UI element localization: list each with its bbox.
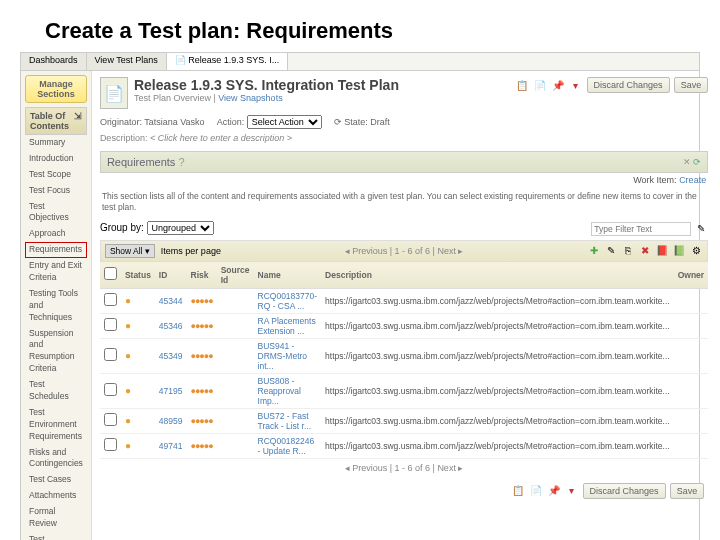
items-per-page-label: Items per page [161, 246, 221, 256]
row-checkbox[interactable] [104, 413, 117, 426]
source-id-cell [217, 408, 254, 433]
discard-changes-button[interactable]: Discard Changes [587, 77, 670, 93]
table-row[interactable]: ●48959●●●●●BUS72 - Fast Track - List r..… [100, 408, 708, 433]
export-csv-icon[interactable]: 📗 [672, 244, 686, 258]
tab-view-test-plans[interactable]: View Test Plans [87, 53, 167, 70]
column-source-id[interactable]: Source Id [217, 262, 254, 289]
sidebar-item-requirements[interactable]: Requirements [25, 242, 87, 258]
group-by-select[interactable]: Ungrouped [147, 221, 214, 235]
group-by-label: Group by: [100, 222, 144, 233]
sidebar-item-test-environment-requirements[interactable]: Test Environment Requirements [25, 405, 87, 445]
requirement-id-link[interactable]: 48959 [159, 416, 183, 426]
footer-delete-icon[interactable]: ▾ [565, 484, 579, 498]
column-name[interactable]: Name [254, 262, 322, 289]
column-id[interactable]: ID [155, 262, 187, 289]
sidebar-item-test-objectives[interactable]: Test Objectives [25, 199, 87, 227]
requirement-id-link[interactable]: 47195 [159, 386, 183, 396]
copy-row-icon[interactable]: ⎘ [621, 244, 635, 258]
table-row[interactable]: ●45346●●●●●RA Placements Extension ...ht… [100, 313, 708, 338]
row-checkbox[interactable] [104, 318, 117, 331]
table-row[interactable]: ●47195●●●●●BUS808 - Reapproval Imp...htt… [100, 373, 708, 408]
column-description[interactable]: Description [321, 262, 674, 289]
sidebar-item-test-schedules[interactable]: Test Schedules [25, 377, 87, 405]
sidebar-item-formal-review[interactable]: Formal Review [25, 504, 87, 532]
filter-edit-icon[interactable]: ✎ [694, 221, 708, 235]
requirement-id-link[interactable]: 45349 [159, 351, 183, 361]
table-row[interactable]: ●45349●●●●●BUS941 - DRMS-Metro int...htt… [100, 338, 708, 373]
footer-print-icon[interactable]: 📄 [529, 484, 543, 498]
filter-input[interactable] [591, 222, 691, 236]
requirement-name-link[interactable]: RA Placements Extension ... [258, 316, 316, 336]
column-status[interactable]: Status [121, 262, 155, 289]
description-field[interactable]: < Click here to enter a description > [150, 133, 292, 143]
row-checkbox[interactable] [104, 348, 117, 361]
pager-next-bottom[interactable]: Next [437, 463, 456, 473]
sidebar-item-attachments[interactable]: Attachments [25, 488, 87, 504]
pin-icon[interactable]: 📌 [551, 78, 565, 92]
copy-icon[interactable]: 📋 [515, 78, 529, 92]
sidebar-item-test-scope[interactable]: Test Scope [25, 167, 87, 183]
column-checkbox[interactable] [100, 262, 121, 289]
risk-indicator: ●●●●● [191, 416, 213, 426]
show-all-button[interactable]: Show All ▾ [105, 244, 155, 258]
save-button[interactable]: Save [674, 77, 709, 93]
table-row[interactable]: ●49741●●●●●RCQ00182246 - Update R...http… [100, 433, 708, 458]
export-pdf-icon[interactable]: 📕 [655, 244, 669, 258]
toc-collapse-icon[interactable]: ⇲ [74, 111, 82, 131]
sidebar-item-summary[interactable]: Summary [25, 135, 87, 151]
requirement-name-link[interactable]: RCQ00183770-RQ - CSA ... [258, 291, 318, 311]
footer-discard-button[interactable]: Discard Changes [583, 483, 666, 499]
sidebar-item-approach[interactable]: Approach [25, 226, 87, 242]
source-id-cell [217, 373, 254, 408]
column-owner[interactable]: Owner [674, 262, 708, 289]
risk-indicator: ●●●●● [191, 386, 213, 396]
print-icon[interactable]: 📄 [533, 78, 547, 92]
refresh-section-icon[interactable]: ⟳ [693, 157, 701, 167]
table-row[interactable]: ●45344●●●●●RCQ00183770-RQ - CSA ...https… [100, 288, 708, 313]
pager-prev-bottom[interactable]: Previous [352, 463, 387, 473]
sidebar-item-suspension-and-resumption-criteria[interactable]: Suspension and Resumption Criteria [25, 326, 87, 378]
help-icon[interactable]: ? [178, 156, 184, 168]
requirement-id-link[interactable]: 45344 [159, 296, 183, 306]
sidebar-item-risks-and-contingencies[interactable]: Risks and Contingencies [25, 445, 87, 473]
action-select[interactable]: Select Action [247, 115, 322, 129]
sidebar-item-entry-and-exit-criteria[interactable]: Entry and Exit Criteria [25, 258, 87, 286]
add-icon[interactable]: ✚ [587, 244, 601, 258]
sidebar-item-test-cases[interactable]: Test Cases [25, 472, 87, 488]
row-checkbox[interactable] [104, 383, 117, 396]
tab-release-1-9-3-sys-i-[interactable]: 📄 Release 1.9.3 SYS. I... [167, 53, 289, 70]
footer-pin-icon[interactable]: 📌 [547, 484, 561, 498]
row-checkbox[interactable] [104, 438, 117, 451]
create-workitem-link[interactable]: Create [679, 175, 706, 185]
sidebar-item-test-environments[interactable]: Test Environments [25, 532, 87, 540]
requirement-id-link[interactable]: 49741 [159, 441, 183, 451]
owner-cell [674, 433, 708, 458]
select-all-checkbox[interactable] [104, 267, 117, 280]
status-icon: ● [125, 350, 131, 361]
pager-prev[interactable]: Previous [352, 246, 387, 256]
footer-save-button[interactable]: Save [670, 483, 705, 499]
description-cell: https://igartc03.swg.usma.ibm.com/jazz/w… [321, 373, 674, 408]
pager-range-bottom: | 1 - 6 of 6 | [390, 463, 435, 473]
requirement-name-link[interactable]: BUS72 - Fast Track - List r... [258, 411, 312, 431]
delete-row-icon[interactable]: ✖ [638, 244, 652, 258]
column-risk[interactable]: Risk [187, 262, 217, 289]
close-section-icon[interactable]: ✕ [683, 157, 691, 167]
footer-copy-icon[interactable]: 📋 [511, 484, 525, 498]
sidebar-item-testing-tools-and-techniques[interactable]: Testing Tools and Techniques [25, 286, 87, 326]
manage-sections-button[interactable]: Manage Sections [25, 75, 87, 103]
pager-next[interactable]: Next [437, 246, 456, 256]
tab-dashboards[interactable]: Dashboards [21, 53, 87, 70]
requirement-name-link[interactable]: BUS941 - DRMS-Metro int... [258, 341, 308, 371]
requirement-name-link[interactable]: RCQ00182246 - Update R... [258, 436, 315, 456]
sidebar-item-test-focus[interactable]: Test Focus [25, 183, 87, 199]
requirement-id-link[interactable]: 45346 [159, 321, 183, 331]
view-snapshots-link[interactable]: View Snapshots [218, 93, 282, 103]
settings-icon[interactable]: ⚙ [689, 244, 703, 258]
row-checkbox[interactable] [104, 293, 117, 306]
sidebar-item-introduction[interactable]: Introduction [25, 151, 87, 167]
description-cell: https://igartc03.swg.usma.ibm.com/jazz/w… [321, 288, 674, 313]
edit-icon[interactable]: ✎ [604, 244, 618, 258]
requirement-name-link[interactable]: BUS808 - Reapproval Imp... [258, 376, 301, 406]
delete-icon[interactable]: ▾ [569, 78, 583, 92]
